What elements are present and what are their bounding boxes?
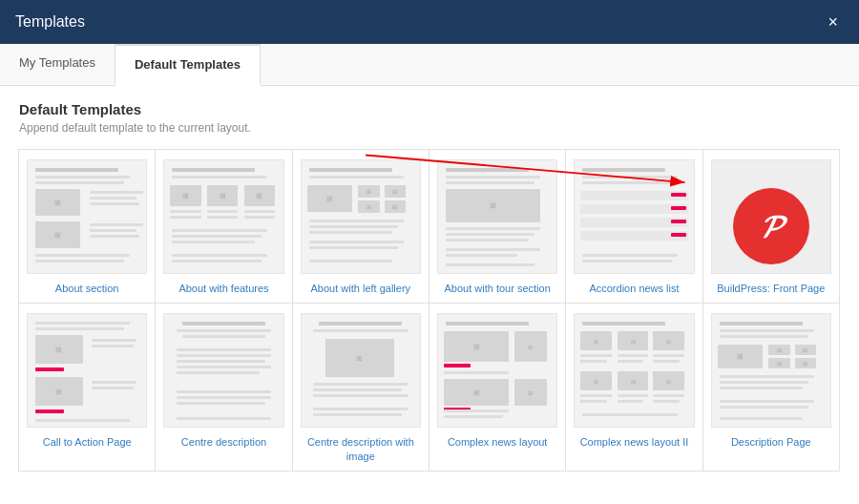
tabs-bar: My Templates Default Templates bbox=[0, 44, 859, 86]
template-item[interactable]: ⊞ ⊞ ⊞ ⊞ ⊞ About with left gallery bbox=[292, 149, 430, 304]
modal-header: Templates × bbox=[0, 0, 859, 44]
template-thumbnail: ⊞ ⊞ ⊞ bbox=[163, 159, 283, 274]
template-thumbnail bbox=[574, 159, 694, 274]
section-subtitle: Append default template to the current l… bbox=[19, 121, 840, 135]
template-item[interactable]: 𝓟 BuildPress: Front Page bbox=[702, 149, 840, 304]
tab-my-templates[interactable]: My Templates bbox=[0, 44, 115, 85]
close-button[interactable]: × bbox=[822, 11, 844, 32]
template-label: About with features bbox=[178, 282, 268, 295]
template-thumbnail: ⊞ ⊞ ⊞ ⊞ ⊞ bbox=[301, 159, 421, 274]
template-thumbnail: ⊞ bbox=[437, 159, 557, 274]
template-label: Complex news layout bbox=[448, 435, 548, 449]
template-label: BuildPress: Front Page bbox=[717, 282, 825, 295]
templates-grid: ⊞ ⊞ About section bbox=[19, 150, 840, 472]
section-title: Default Templates bbox=[19, 101, 840, 117]
buildpress-logo: 𝓟 bbox=[733, 188, 809, 264]
template-item[interactable]: ⊞ ⊞ ⊞ About bbox=[155, 149, 292, 304]
tab-default-templates[interactable]: Default Templates bbox=[115, 44, 261, 86]
template-item[interactable]: Accordion news list bbox=[565, 149, 702, 304]
template-label: About section bbox=[55, 282, 119, 295]
templates-modal: Templates × My Templates Default Templat… bbox=[0, 0, 859, 504]
template-label: Accordion news list bbox=[589, 282, 679, 295]
template-thumbnail: 𝓟 bbox=[711, 159, 831, 274]
template-label: Call to Action Page bbox=[43, 435, 132, 449]
template-label: Complex news layout II bbox=[580, 435, 689, 449]
template-thumbnail: ⊞ ⊞ ⊞ ⊞ ⊞ bbox=[711, 313, 831, 428]
template-label: Centre description with image bbox=[301, 435, 421, 463]
template-label: About with tour section bbox=[445, 282, 551, 295]
template-item[interactable]: ⊞ ⊞ ⊞ ⊞ Complex news layout bbox=[429, 303, 566, 472]
template-item[interactable]: Centre description bbox=[155, 303, 292, 472]
template-thumbnail: ⊞ ⊞ ⊞ ⊞ bbox=[437, 313, 557, 428]
template-item[interactable]: ⊞ ⊞ ⊞ ⊞ ⊞ ⊞ bbox=[565, 303, 702, 472]
template-item[interactable]: ⊞ ⊞ ⊞ ⊞ ⊞ Description Page bbox=[702, 303, 840, 472]
template-thumbnail: ⊞ ⊞ ⊞ ⊞ ⊞ ⊞ bbox=[574, 313, 694, 428]
template-label: Description Page bbox=[731, 435, 811, 449]
template-thumbnail: ⊞ ⊞ bbox=[27, 313, 147, 428]
template-thumbnail: ⊞ ⊞ bbox=[27, 159, 147, 274]
template-item[interactable]: ⊞ ⊞ Call to Action Page bbox=[18, 303, 156, 472]
modal-title: Templates bbox=[15, 13, 85, 31]
template-thumbnail: ⊞ bbox=[301, 313, 421, 428]
modal-body: Default Templates Append default templat… bbox=[0, 86, 859, 504]
template-item[interactable]: ⊞ Centre description with image bbox=[292, 303, 430, 472]
template-item[interactable]: ⊞ About with tour section bbox=[429, 149, 566, 304]
template-label: Centre description bbox=[181, 435, 266, 449]
template-thumbnail bbox=[163, 313, 283, 428]
template-label: About with left gallery bbox=[311, 282, 411, 295]
template-item[interactable]: ⊞ ⊞ About section bbox=[18, 149, 156, 304]
